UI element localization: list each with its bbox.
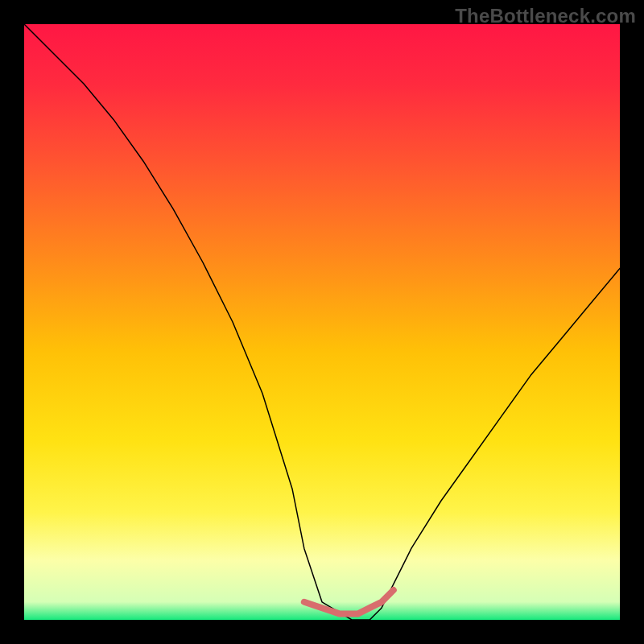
chart-frame: TheBottleneck.com — [0, 0, 644, 644]
gradient-bg — [24, 24, 620, 620]
plot-svg — [24, 24, 620, 620]
plot-area — [24, 24, 620, 620]
